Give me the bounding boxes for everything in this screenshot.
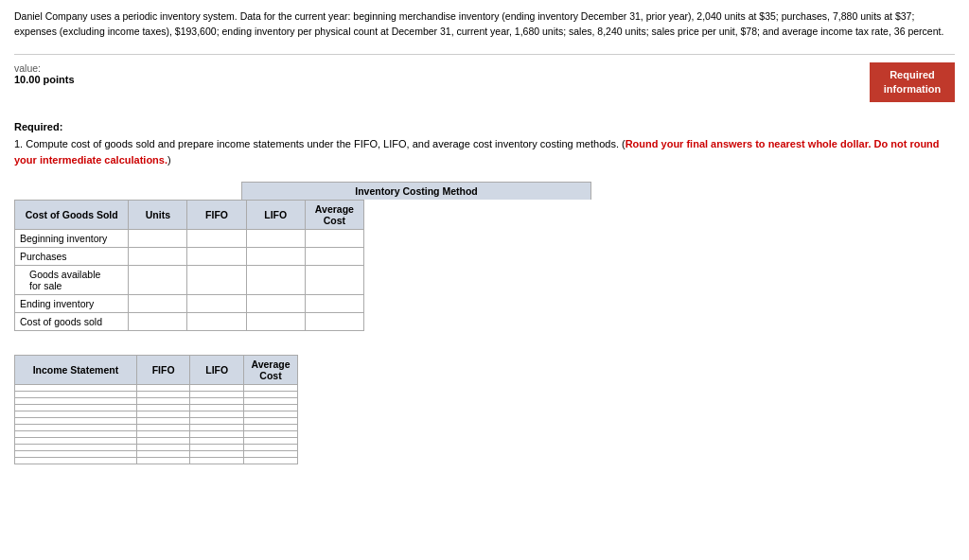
required-section: Required: 1. Compute cost of goods sold …: [14, 121, 955, 167]
table-row: Purchases: [15, 248, 364, 266]
table-row: Ending inventory: [15, 295, 364, 313]
col-fifo: FIFO: [187, 201, 246, 230]
table-row: Cost of goods sold: [15, 313, 364, 331]
inventory-table-container: Inventory Costing Method Cost of Goods S…: [14, 182, 955, 331]
col-income-statement: Income Statement: [15, 356, 137, 385]
col-cost-goods-sold: Cost of Goods Sold: [15, 201, 129, 230]
income-table-row: [15, 405, 298, 411]
income-table-row: [15, 392, 298, 398]
inventory-costing-table: Cost of Goods Sold Units FIFO LIFO Avera…: [14, 200, 364, 331]
inventory-method-label: Inventory Costing Method: [241, 182, 591, 200]
value-info: value: 10.00 points: [14, 62, 75, 85]
income-table-row: [15, 451, 298, 458]
col-units: Units: [129, 201, 187, 230]
income-table-row: [15, 411, 298, 418]
income-table-container: Income Statement FIFO LIFO Average Cost: [14, 355, 955, 464]
income-table-row: [15, 431, 298, 438]
value-section: value: 10.00 points Required information: [14, 54, 955, 103]
income-table-row: [15, 398, 298, 405]
income-statement-table: Income Statement FIFO LIFO Average Cost: [14, 355, 298, 464]
col-lifo: LIFO: [246, 201, 305, 230]
income-table-row: [15, 458, 298, 464]
table-row: Beginning inventory: [15, 230, 364, 248]
value-label: value:: [14, 62, 75, 74]
required-info-badge: Required information: [870, 62, 955, 103]
value-points: 10.00 points: [14, 74, 75, 85]
income-table-row: [15, 438, 298, 445]
income-table-row: [15, 445, 298, 451]
col-avg-cost: Average Cost: [244, 356, 298, 385]
col-fifo: FIFO: [136, 356, 190, 385]
table-row: Goods availablefor sale: [15, 266, 364, 295]
col-lifo: LIFO: [190, 356, 244, 385]
required-title: Required:: [14, 121, 955, 132]
problem-text: Daniel Company uses a periodic inventory…: [14, 9, 955, 40]
income-table-row: [15, 425, 298, 431]
col-avg-cost: Average Cost: [305, 201, 363, 230]
income-table-row: [15, 385, 298, 392]
income-table-row: [15, 418, 298, 425]
required-instruction: 1. Compute cost of goods sold and prepar…: [14, 136, 955, 167]
